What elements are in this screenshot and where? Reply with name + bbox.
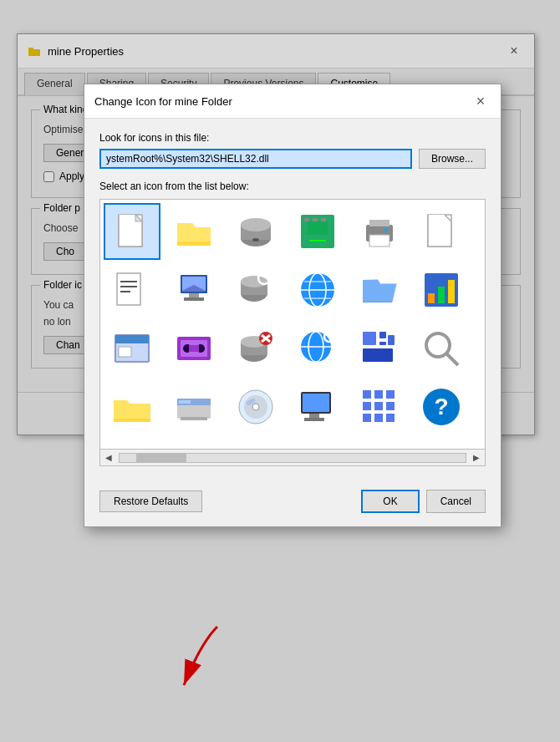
icon-cell-20[interactable] (351, 320, 408, 377)
chart-icon (421, 270, 461, 310)
svg-rect-10 (321, 218, 326, 221)
vhs-tape-icon (174, 328, 214, 368)
svg-line-33 (268, 283, 272, 288)
blue-pieces-icon (359, 328, 400, 368)
globe-icon (298, 270, 338, 310)
dialog-title-text: Change Icon for mine Folder (94, 95, 232, 108)
icon-cell-26[interactable] (227, 379, 284, 435)
dialog-bottom-buttons: Restore Defaults OK Cancel (84, 480, 501, 526)
dialog-right-buttons: OK Cancel (361, 490, 486, 513)
svg-rect-69 (363, 332, 376, 345)
dialog-cancel-button[interactable]: Cancel (426, 490, 486, 513)
hard-drive-icon (236, 211, 276, 252)
icon-cell-24[interactable] (104, 379, 160, 435)
circuit-board-icon (298, 211, 338, 252)
dialog-body: Look for icons in this file: Browse... S… (84, 119, 501, 480)
icon-cell-0[interactable] (104, 203, 160, 260)
folder-yellow-icon (174, 211, 214, 252)
file-label: Look for icons in this file: (99, 132, 486, 144)
icon-cell-29[interactable]: ? (413, 379, 470, 435)
change-icon-dialog: Change Icon for mine Folder × Look for i… (84, 84, 501, 527)
svg-rect-95 (374, 390, 383, 399)
svg-point-31 (241, 276, 267, 287)
svg-rect-98 (374, 402, 383, 410)
icon-cell-17[interactable] (165, 320, 222, 377)
icon-cell-27[interactable] (289, 379, 346, 435)
window-icon (112, 328, 152, 368)
icon-cell-30[interactable] (475, 379, 481, 435)
blue-folder-open-icon (359, 270, 400, 310)
svg-rect-93 (304, 418, 324, 421)
svg-rect-15 (384, 228, 388, 231)
flatbed-scanner-icon (174, 387, 214, 427)
svg-rect-70 (379, 332, 386, 338)
svg-rect-94 (363, 390, 371, 399)
icon-cell-11[interactable] (289, 262, 346, 318)
icon-cell-21[interactable] (413, 320, 470, 377)
svg-point-74 (426, 333, 450, 357)
svg-rect-92 (309, 414, 319, 418)
dialog-ok-button[interactable]: OK (361, 490, 419, 513)
svg-rect-26 (189, 293, 199, 297)
svg-rect-72 (388, 335, 395, 345)
dialog-close-button[interactable]: × (471, 91, 491, 111)
monitor-icon (298, 387, 338, 427)
svg-point-4 (241, 218, 271, 231)
scroll-right-button[interactable]: ▶ (470, 452, 483, 463)
svg-rect-57 (189, 345, 199, 352)
svg-line-75 (446, 353, 458, 365)
icon-cell-14[interactable] (475, 262, 481, 318)
icon-cell-19[interactable] (289, 320, 346, 377)
text-doc-icon (112, 270, 152, 310)
icon-cell-25[interactable] (165, 379, 222, 435)
svg-rect-52 (119, 347, 131, 357)
delete-drive-icon (236, 328, 276, 368)
file-path-input[interactable] (99, 149, 412, 169)
restore-defaults-button[interactable]: Restore Defaults (99, 490, 202, 512)
icon-cell-22[interactable] (475, 320, 481, 377)
svg-rect-20 (117, 273, 140, 305)
svg-rect-102 (386, 414, 395, 422)
printer-icon (359, 211, 400, 252)
svg-rect-42 (448, 280, 455, 303)
icon-cell-4[interactable] (351, 203, 408, 260)
cd-disc-icon (236, 387, 276, 427)
icon-cell-1[interactable] (165, 203, 222, 260)
drive-search-icon (236, 270, 276, 310)
icon-cell-13[interactable] (413, 262, 470, 318)
network-computer-icon (174, 270, 214, 310)
blank-document-icon (112, 211, 152, 252)
icon-cell-6[interactable] (475, 203, 481, 260)
svg-point-88 (252, 404, 259, 410)
folder-small-icon (112, 387, 152, 427)
icon-cell-8[interactable] (104, 262, 160, 318)
scroll-left-button[interactable]: ◀ (102, 452, 115, 463)
icon-cell-16[interactable] (104, 320, 160, 377)
svg-rect-71 (379, 342, 386, 345)
svg-rect-96 (386, 390, 395, 399)
svg-rect-27 (184, 297, 204, 301)
dialog-title-bar: Change Icon for mine Folder × (84, 84, 501, 119)
svg-rect-85 (181, 417, 207, 420)
svg-rect-84 (179, 400, 191, 404)
icon-cell-5[interactable] (413, 203, 470, 260)
icon-cell-3[interactable] (289, 203, 346, 260)
browse-button[interactable]: Browse... (419, 149, 486, 169)
icon-cell-12[interactable] (351, 262, 408, 318)
svg-rect-51 (115, 335, 149, 343)
icon-cell-2[interactable] (227, 203, 284, 260)
scroll-track[interactable] (119, 453, 466, 463)
scroll-bar: ◀ ▶ (99, 450, 486, 466)
grid-dots-icon (359, 387, 400, 427)
help-circle-icon: ? (421, 387, 461, 427)
icon-cell-18[interactable] (227, 320, 284, 377)
svg-rect-73 (363, 348, 393, 362)
icon-cell-28[interactable] (351, 379, 408, 435)
icon-cell-9[interactable] (165, 262, 222, 318)
svg-rect-9 (313, 218, 318, 221)
icon-cell-10[interactable] (227, 262, 284, 318)
svg-rect-101 (374, 414, 383, 422)
globe-search-icon (298, 328, 338, 368)
svg-rect-40 (428, 293, 435, 303)
scroll-thumb[interactable] (136, 454, 186, 462)
